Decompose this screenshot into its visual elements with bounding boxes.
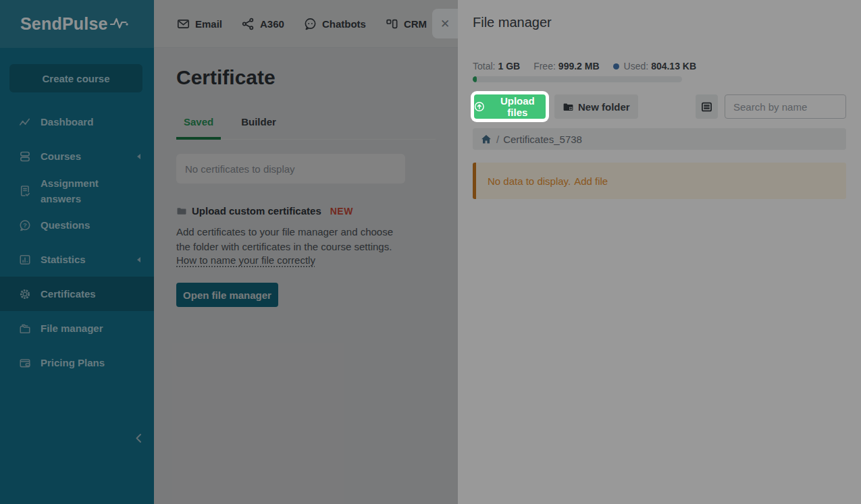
- file-toolbar: Upload files New folder: [473, 91, 846, 122]
- storage-progress-bar: [473, 76, 682, 82]
- sidebar-item-statistics[interactable]: Statistics: [0, 242, 154, 277]
- upload-files-button[interactable]: Upload files: [474, 94, 546, 119]
- tutorial-spotlight-frame: Upload files: [471, 91, 549, 122]
- breadcrumb-separator: /: [496, 134, 499, 145]
- sidebar-item-pricing-plans[interactable]: Pricing Plans: [0, 345, 154, 380]
- sidebar-item-dashboard[interactable]: Dashboard: [0, 105, 154, 139]
- storage-total-value: 1 GB: [498, 61, 520, 72]
- wallet-icon: [19, 357, 31, 369]
- storage-total-label: Total:: [473, 61, 495, 72]
- storage-used-value: 804.13 KB: [651, 61, 696, 72]
- folders-icon: [19, 323, 31, 335]
- add-file-link[interactable]: Add file: [574, 175, 608, 187]
- pulse-chart-icon: [19, 116, 31, 128]
- statistics-icon: [19, 254, 31, 266]
- chevron-left-icon: [137, 257, 140, 262]
- home-icon[interactable]: [481, 134, 492, 144]
- create-course-button[interactable]: Create course: [9, 64, 142, 92]
- chevron-left-icon: [137, 154, 140, 159]
- list-view-toggle-button[interactable]: [696, 94, 718, 119]
- svg-text:?: ?: [23, 221, 27, 229]
- storage-free-label: Free:: [533, 61, 556, 72]
- sidebar-item-courses[interactable]: Courses: [0, 139, 154, 173]
- question-bubble-icon: ?: [19, 219, 31, 231]
- close-icon[interactable]: ✕: [432, 9, 458, 38]
- pulse-logo-icon: [110, 16, 130, 33]
- sidebar-collapse-button[interactable]: [131, 430, 147, 447]
- storage-used-label: Used:: [624, 61, 649, 72]
- sidebar: SendPulse Create course Dashboard Course…: [0, 0, 154, 504]
- rosette-icon: [19, 288, 31, 300]
- folder-plus-icon: [563, 101, 574, 113]
- storage-progress-fill: [473, 76, 477, 82]
- upload-circle-arrow-icon: [474, 101, 485, 112]
- panel-title: File manager: [473, 15, 846, 30]
- sendpulse-logo: SendPulse: [20, 14, 108, 34]
- breadcrumb: / Certificates_5738: [473, 128, 846, 150]
- new-folder-button[interactable]: New folder: [554, 94, 638, 119]
- storage-free-value: 999.2 MB: [558, 61, 600, 72]
- breadcrumb-current-folder: Certificates_5738: [503, 134, 582, 145]
- search-input[interactable]: [725, 94, 846, 119]
- courses-stack-icon: [19, 150, 31, 163]
- used-dot-icon: [613, 63, 619, 69]
- storage-summary: Total: 1 GB Free: 999.2 MB Used: 804.13 …: [473, 61, 846, 72]
- list-view-icon: [701, 101, 712, 113]
- file-manager-panel: ✕ File manager Total: 1 GB Free: 999.2 M…: [458, 0, 861, 504]
- logo-block: SendPulse: [0, 0, 154, 48]
- sidebar-item-certificates[interactable]: Certificates: [0, 277, 154, 311]
- sidebar-item-questions[interactable]: ? Questions: [0, 208, 154, 242]
- panel-backdrop: [154, 0, 458, 504]
- clipboard-check-icon: [19, 185, 31, 197]
- alert-message: No data to display.: [488, 175, 571, 187]
- sidebar-nav: Dashboard Courses Assignment answers ? Q…: [0, 105, 154, 380]
- sidebar-item-file-manager[interactable]: File manager: [0, 311, 154, 345]
- sidebar-item-assignment-answers[interactable]: Assignment answers: [0, 173, 154, 208]
- no-data-alert: No data to display. Add file: [473, 163, 846, 199]
